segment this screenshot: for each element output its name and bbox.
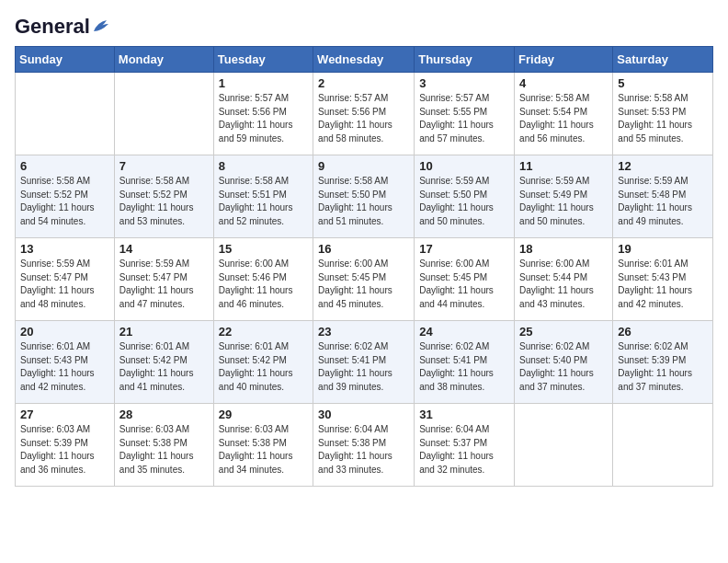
calendar-cell: 7Sunrise: 5:58 AMSunset: 5:52 PMDaylight…: [114, 155, 213, 238]
day-info: Sunrise: 5:57 AMSunset: 5:56 PMDaylight:…: [219, 92, 308, 145]
day-number: 29: [219, 408, 308, 421]
weekday-header-sunday: Sunday: [16, 47, 115, 73]
day-number: 10: [419, 159, 509, 173]
calendar-cell: 19Sunrise: 6:01 AMSunset: 5:43 PMDayligh…: [613, 238, 713, 321]
day-number: 2: [318, 76, 409, 90]
day-info: Sunrise: 6:03 AMSunset: 5:38 PMDaylight:…: [219, 423, 308, 477]
day-number: 19: [618, 242, 708, 256]
day-info: Sunrise: 6:02 AMSunset: 5:39 PMDaylight:…: [618, 340, 708, 394]
day-info: Sunrise: 6:00 AMSunset: 5:45 PMDaylight:…: [419, 258, 509, 311]
calendar-body: 1Sunrise: 5:57 AMSunset: 5:56 PMDaylight…: [16, 73, 713, 487]
day-number: 16: [318, 242, 409, 256]
calendar-cell: 5Sunrise: 5:58 AMSunset: 5:53 PMDaylight…: [613, 73, 713, 155]
day-info: Sunrise: 5:58 AMSunset: 5:54 PMDaylight:…: [519, 92, 608, 145]
day-info: Sunrise: 6:00 AMSunset: 5:46 PMDaylight:…: [219, 258, 308, 311]
calendar-cell: 17Sunrise: 6:00 AMSunset: 5:45 PMDayligh…: [415, 238, 515, 321]
calendar-cell: 8Sunrise: 5:58 AMSunset: 5:51 PMDaylight…: [213, 155, 313, 238]
day-number: 3: [419, 76, 509, 90]
calendar-cell: [515, 404, 613, 487]
page-header: General: [15, 15, 713, 35]
day-number: 30: [318, 408, 409, 421]
calendar-cell: [114, 73, 213, 155]
calendar-week-row: 1Sunrise: 5:57 AMSunset: 5:56 PMDaylight…: [16, 73, 713, 155]
day-number: 11: [519, 159, 608, 173]
weekday-header-wednesday: Wednesday: [313, 47, 415, 73]
calendar-cell: 10Sunrise: 5:59 AMSunset: 5:50 PMDayligh…: [415, 155, 515, 238]
day-info: Sunrise: 6:02 AMSunset: 5:41 PMDaylight:…: [419, 340, 509, 394]
day-info: Sunrise: 5:58 AMSunset: 5:50 PMDaylight:…: [318, 175, 409, 228]
day-info: Sunrise: 5:58 AMSunset: 5:51 PMDaylight:…: [219, 175, 308, 228]
calendar-cell: [613, 404, 713, 487]
weekday-header-thursday: Thursday: [415, 47, 515, 73]
calendar-cell: 21Sunrise: 6:01 AMSunset: 5:42 PMDayligh…: [114, 321, 213, 404]
day-number: 15: [219, 242, 308, 256]
calendar-cell: 2Sunrise: 5:57 AMSunset: 5:56 PMDaylight…: [313, 73, 415, 155]
day-info: Sunrise: 5:59 AMSunset: 5:50 PMDaylight:…: [419, 175, 509, 228]
calendar-cell: 27Sunrise: 6:03 AMSunset: 5:39 PMDayligh…: [16, 404, 115, 487]
day-info: Sunrise: 5:58 AMSunset: 5:53 PMDaylight:…: [618, 92, 708, 145]
calendar-cell: 13Sunrise: 5:59 AMSunset: 5:47 PMDayligh…: [16, 238, 115, 321]
calendar-cell: 3Sunrise: 5:57 AMSunset: 5:55 PMDaylight…: [415, 73, 515, 155]
day-number: 6: [20, 159, 109, 173]
day-info: Sunrise: 6:00 AMSunset: 5:44 PMDaylight:…: [519, 258, 608, 311]
day-info: Sunrise: 6:02 AMSunset: 5:40 PMDaylight:…: [519, 340, 608, 394]
day-number: 27: [20, 408, 109, 421]
weekday-header-friday: Friday: [515, 47, 613, 73]
day-number: 20: [20, 325, 109, 339]
weekday-header-tuesday: Tuesday: [213, 47, 313, 73]
day-number: 5: [618, 76, 708, 90]
day-info: Sunrise: 5:59 AMSunset: 5:49 PMDaylight:…: [519, 175, 608, 228]
day-info: Sunrise: 5:59 AMSunset: 5:47 PMDaylight:…: [119, 258, 209, 311]
calendar-cell: 9Sunrise: 5:58 AMSunset: 5:50 PMDaylight…: [313, 155, 415, 238]
calendar-cell: 12Sunrise: 5:59 AMSunset: 5:48 PMDayligh…: [613, 155, 713, 238]
calendar-week-row: 27Sunrise: 6:03 AMSunset: 5:39 PMDayligh…: [16, 404, 713, 487]
weekday-header-saturday: Saturday: [613, 47, 713, 73]
logo-bird-icon: [90, 18, 110, 35]
calendar-week-row: 6Sunrise: 5:58 AMSunset: 5:52 PMDaylight…: [16, 155, 713, 238]
calendar-table: SundayMondayTuesdayWednesdayThursdayFrid…: [15, 46, 713, 487]
day-info: Sunrise: 5:59 AMSunset: 5:47 PMDaylight:…: [20, 258, 109, 311]
calendar-cell: 26Sunrise: 6:02 AMSunset: 5:39 PMDayligh…: [613, 321, 713, 404]
calendar-cell: 29Sunrise: 6:03 AMSunset: 5:38 PMDayligh…: [213, 404, 313, 487]
day-info: Sunrise: 6:01 AMSunset: 5:42 PMDaylight:…: [219, 340, 308, 394]
day-number: 21: [119, 325, 209, 339]
day-number: 23: [318, 325, 409, 339]
day-number: 25: [519, 325, 608, 339]
weekday-header-monday: Monday: [114, 47, 213, 73]
day-number: 9: [318, 159, 409, 173]
logo-general: General: [15, 15, 90, 39]
calendar-cell: 4Sunrise: 5:58 AMSunset: 5:54 PMDaylight…: [515, 73, 613, 155]
day-number: 18: [519, 242, 608, 256]
day-info: Sunrise: 5:57 AMSunset: 5:55 PMDaylight:…: [419, 92, 509, 145]
day-number: 26: [618, 325, 708, 339]
calendar-cell: 31Sunrise: 6:04 AMSunset: 5:37 PMDayligh…: [415, 404, 515, 487]
day-number: 28: [119, 408, 209, 421]
day-number: 31: [419, 408, 509, 421]
day-info: Sunrise: 6:01 AMSunset: 5:43 PMDaylight:…: [20, 340, 109, 394]
logo: General: [15, 15, 110, 35]
calendar-cell: 11Sunrise: 5:59 AMSunset: 5:49 PMDayligh…: [515, 155, 613, 238]
calendar-week-row: 13Sunrise: 5:59 AMSunset: 5:47 PMDayligh…: [16, 238, 713, 321]
calendar-cell: 30Sunrise: 6:04 AMSunset: 5:38 PMDayligh…: [313, 404, 415, 487]
day-info: Sunrise: 6:00 AMSunset: 5:45 PMDaylight:…: [318, 258, 409, 311]
calendar-cell: 23Sunrise: 6:02 AMSunset: 5:41 PMDayligh…: [313, 321, 415, 404]
calendar-cell: 25Sunrise: 6:02 AMSunset: 5:40 PMDayligh…: [515, 321, 613, 404]
day-number: 22: [219, 325, 308, 339]
calendar-cell: 16Sunrise: 6:00 AMSunset: 5:45 PMDayligh…: [313, 238, 415, 321]
day-number: 1: [219, 76, 308, 90]
day-info: Sunrise: 6:01 AMSunset: 5:42 PMDaylight:…: [119, 340, 209, 394]
day-number: 14: [119, 242, 209, 256]
calendar-week-row: 20Sunrise: 6:01 AMSunset: 5:43 PMDayligh…: [16, 321, 713, 404]
calendar-cell: 20Sunrise: 6:01 AMSunset: 5:43 PMDayligh…: [16, 321, 115, 404]
day-info: Sunrise: 6:04 AMSunset: 5:37 PMDaylight:…: [419, 423, 509, 477]
day-info: Sunrise: 5:59 AMSunset: 5:48 PMDaylight:…: [618, 175, 708, 228]
day-info: Sunrise: 6:03 AMSunset: 5:38 PMDaylight:…: [119, 423, 209, 477]
calendar-cell: 22Sunrise: 6:01 AMSunset: 5:42 PMDayligh…: [213, 321, 313, 404]
weekday-header-row: SundayMondayTuesdayWednesdayThursdayFrid…: [16, 47, 713, 73]
day-info: Sunrise: 6:02 AMSunset: 5:41 PMDaylight:…: [318, 340, 409, 394]
day-info: Sunrise: 5:58 AMSunset: 5:52 PMDaylight:…: [20, 175, 109, 228]
day-info: Sunrise: 6:03 AMSunset: 5:39 PMDaylight:…: [20, 423, 109, 477]
day-number: 8: [219, 159, 308, 173]
day-number: 7: [119, 159, 209, 173]
calendar-cell: 15Sunrise: 6:00 AMSunset: 5:46 PMDayligh…: [213, 238, 313, 321]
